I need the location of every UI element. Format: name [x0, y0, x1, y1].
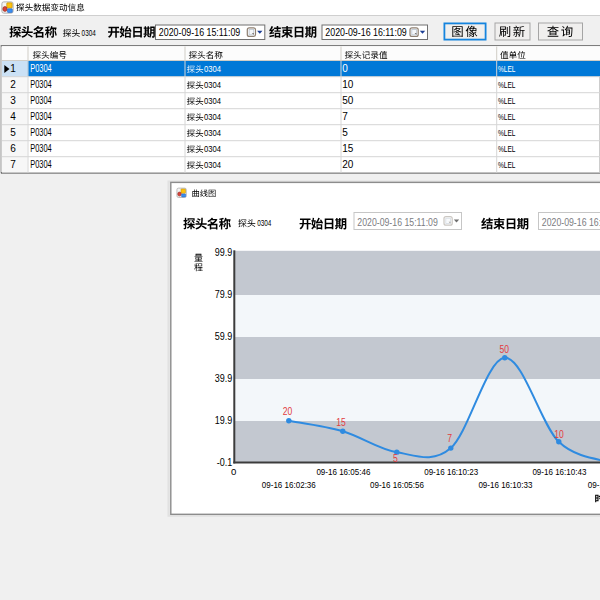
svg-text:0304: 0304: [204, 128, 221, 138]
svg-text:P0304: P0304: [30, 95, 52, 106]
svg-text:4: 4: [10, 111, 16, 122]
svg-text:%LEL: %LEL: [498, 63, 516, 74]
svg-text:09-16 16:05:56: 09-16 16:05:56: [370, 479, 424, 490]
svg-text:P0304: P0304: [30, 111, 52, 122]
svg-text:20: 20: [283, 406, 293, 417]
svg-text:2020-09-16 15:11:09: 2020-09-16 15:11:09: [159, 27, 241, 38]
svg-text:2020-09-16 16:11:09: 2020-09-16 16:11:09: [542, 216, 600, 228]
svg-text:%LEL: %LEL: [498, 127, 516, 138]
svg-text:15: 15: [342, 143, 354, 154]
svg-text:%LEL: %LEL: [498, 143, 516, 154]
svg-text:P0304: P0304: [30, 159, 52, 170]
svg-text:09-16 16:10:43: 09-16 16:10:43: [532, 466, 586, 477]
svg-text:7: 7: [10, 159, 16, 170]
svg-text:09-16 16:11:03: 09-16 16:11:03: [588, 479, 600, 490]
svg-text:50: 50: [342, 95, 354, 106]
svg-text:0304: 0304: [204, 144, 221, 154]
svg-text:1: 1: [10, 63, 16, 74]
svg-text:P0304: P0304: [30, 127, 52, 138]
svg-text:09-16 16:10:33: 09-16 16:10:33: [478, 479, 532, 490]
svg-text:09-16 16:05:46: 09-16 16:05:46: [316, 466, 370, 477]
svg-text:0: 0: [231, 466, 236, 477]
svg-text:10: 10: [554, 429, 564, 440]
svg-text:39.9: 39.9: [215, 372, 233, 384]
svg-text:0304: 0304: [204, 160, 221, 170]
svg-text:2020-09-16 16:11:09: 2020-09-16 16:11:09: [325, 27, 407, 38]
svg-text:50: 50: [499, 344, 509, 355]
svg-text:7: 7: [342, 111, 348, 122]
svg-text:0304: 0304: [204, 64, 221, 74]
svg-text:79.9: 79.9: [215, 288, 233, 300]
svg-text:19.9: 19.9: [215, 414, 233, 426]
svg-text:%LEL: %LEL: [498, 79, 516, 90]
svg-text:0304: 0304: [82, 28, 96, 38]
svg-text:P0304: P0304: [30, 63, 52, 74]
svg-text:59.9: 59.9: [215, 330, 233, 342]
svg-text:5: 5: [393, 453, 398, 464]
svg-text:0304: 0304: [204, 80, 221, 90]
svg-text:10: 10: [342, 79, 354, 90]
svg-text:09-16 16:02:36: 09-16 16:02:36: [262, 479, 316, 490]
svg-text:15: 15: [336, 417, 346, 428]
svg-text:0: 0: [342, 63, 348, 74]
svg-text:6: 6: [10, 143, 16, 154]
svg-text:2: 2: [10, 79, 16, 90]
svg-text:%LEL: %LEL: [498, 159, 516, 170]
svg-text:P0304: P0304: [30, 79, 52, 90]
svg-text:7: 7: [447, 433, 452, 444]
svg-text:99.9: 99.9: [215, 246, 233, 258]
svg-text:P0304: P0304: [30, 143, 52, 154]
svg-text:0304: 0304: [257, 218, 271, 228]
svg-text:20: 20: [342, 159, 354, 170]
svg-text:5: 5: [342, 127, 348, 138]
svg-text:%LEL: %LEL: [498, 111, 516, 122]
svg-text:09-16 16:10:23: 09-16 16:10:23: [424, 466, 478, 477]
svg-text:%LEL: %LEL: [498, 95, 516, 106]
svg-text:3: 3: [10, 95, 16, 106]
svg-text:2020-09-16 15:11:09: 2020-09-16 15:11:09: [357, 216, 438, 228]
svg-text:5: 5: [10, 127, 16, 138]
svg-text:0304: 0304: [204, 96, 221, 106]
svg-text:0304: 0304: [204, 112, 221, 122]
